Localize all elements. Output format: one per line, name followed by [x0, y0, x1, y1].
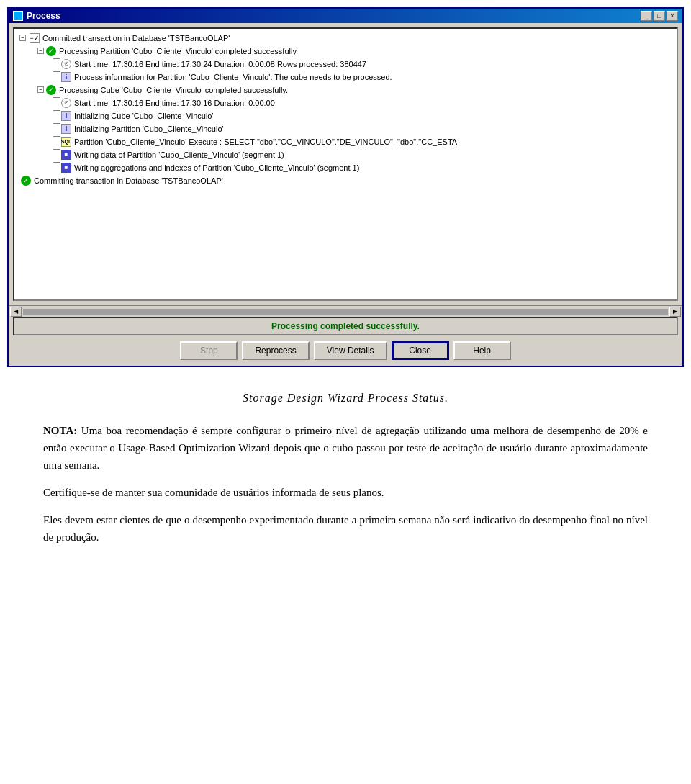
tree-item-text: Processing Cube 'Cubo_Cliente_Vinculo' c…	[59, 84, 674, 96]
page-title: Storage Design Wizard Process Status.	[43, 389, 648, 407]
titlebar-buttons: _ □ ×	[641, 11, 678, 21]
tree-row: ■ Writing data of Partition 'Cubo_Client…	[17, 148, 674, 161]
paragraph-3-text: Eles devem estar cientes de que o desemp…	[43, 514, 648, 543]
view-details-button[interactable]: View Details	[314, 341, 387, 360]
minimize-button[interactable]: _	[641, 11, 652, 21]
tree-row: i Initializing Cube 'Cubo_Cliente_Vincul…	[17, 109, 674, 122]
clock-icon: ⊙	[61, 59, 71, 69]
check-icon: ✓	[46, 46, 56, 56]
status-icon: ✓	[20, 175, 32, 186]
tree-item-text: Writing aggregations and indexes of Part…	[74, 162, 674, 174]
tree-row: − ✓ Processing Partition 'Cubo_Cliente_V…	[17, 45, 674, 58]
status-icon: ✓	[45, 84, 57, 96]
tree-item-text: Initializing Partition 'Cubo_Cliente_Vin…	[74, 123, 674, 135]
process-tree[interactable]: − −✓ Committed transaction in Database '…	[13, 27, 678, 301]
close-button-main[interactable]: Close	[392, 341, 449, 360]
status-text: Processing completed successfully.	[271, 321, 420, 331]
status-bar: Processing completed successfully.	[13, 317, 678, 335]
nota-label: NOTA:	[43, 425, 77, 436]
tree-row: − ✓ Processing Cube 'Cubo_Cliente_Vincul…	[17, 84, 674, 96]
status-icon: i	[60, 123, 72, 135]
scroll-right-button[interactable]: ▶	[669, 307, 681, 317]
maximize-button[interactable]: □	[654, 11, 665, 21]
tree-item-text: Process information for Partition 'Cubo_…	[74, 71, 674, 83]
tree-row: i Process information for Partition 'Cub…	[17, 71, 674, 84]
status-icon: −✓	[29, 32, 40, 44]
paragraph-1-text: Uma boa recomendação é sempre configurar…	[43, 425, 648, 471]
horizontal-scrollbar[interactable]: ◀ ▶	[9, 305, 682, 317]
tree-row: i Initializing Partition 'Cubo_Cliente_V…	[17, 122, 674, 135]
tree-item-text: Writing data of Partition 'Cubo_Cliente_…	[74, 149, 674, 161]
tree-item-text: Committing transaction in Database 'TSTB…	[34, 175, 674, 186]
info-icon: i	[61, 72, 71, 82]
dialog-icon	[13, 11, 23, 21]
buttons-row: Stop Reprocess View Details Close Help	[9, 335, 682, 366]
info-icon: i	[61, 124, 71, 134]
stop-button[interactable]: Stop	[180, 341, 238, 360]
page-content: Storage Design Wizard Process Status. NO…	[0, 374, 691, 570]
process-dialog: Process _ □ × − −✓ Committed transaction…	[7, 7, 684, 367]
paragraph-1: NOTA: Uma boa recomendação é sempre conf…	[43, 422, 648, 474]
expand-icon[interactable]: −	[19, 35, 26, 41]
status-icon: ⊙	[60, 58, 72, 70]
status-icon: i	[60, 71, 72, 83]
clock-icon: ⊙	[61, 98, 71, 108]
tree-row: − −✓ Committed transaction in Database '…	[17, 32, 674, 45]
tree-item-text: Partition 'Cubo_Cliente_Vinculo' Execute…	[74, 136, 674, 148]
help-button[interactable]: Help	[453, 341, 511, 360]
status-icon: ⊙	[60, 97, 72, 109]
info-icon: i	[61, 111, 71, 121]
dialog-titlebar: Process _ □ ×	[9, 9, 682, 23]
scroll-track[interactable]	[23, 309, 668, 315]
scroll-left-button[interactable]: ◀	[10, 307, 22, 317]
check-icon: ✓	[21, 176, 31, 186]
check-icon: ✓	[46, 85, 56, 95]
tree-row: ⊙ Start time: 17:30:16 End time: 17:30:2…	[17, 58, 674, 71]
tree-item-text: Start time: 17:30:16 End time: 17:30:16 …	[74, 97, 674, 109]
tree-row: SQL Partition 'Cubo_Cliente_Vinculo' Exe…	[17, 135, 674, 148]
titlebar-left: Process	[13, 11, 60, 21]
minus-check-icon: −✓	[30, 33, 40, 43]
status-icon: ■	[60, 149, 72, 161]
status-icon: ✓	[45, 45, 57, 57]
expand-icon[interactable]: −	[37, 48, 44, 54]
cube-icon: ■	[61, 150, 71, 160]
paragraph-2-text: Certifique-se de manter sua comunidade d…	[43, 487, 384, 498]
paragraph-2: Certifique-se de manter sua comunidade d…	[43, 484, 648, 501]
tree-row: ✓ Committing transaction in Database 'TS…	[17, 174, 674, 187]
cube-icon: ■	[61, 163, 71, 173]
tree-item-text: Start time: 17:30:16 End time: 17:30:24 …	[74, 58, 674, 70]
reprocess-button[interactable]: Reprocess	[242, 341, 309, 360]
sql-icon: SQL	[61, 137, 71, 147]
dialog-title: Process	[27, 11, 60, 21]
paragraph-3: Eles devem estar cientes de que o desemp…	[43, 511, 648, 546]
close-button[interactable]: ×	[667, 11, 678, 21]
tree-row: ■ Writing aggregations and indexes of Pa…	[17, 161, 674, 174]
tree-item-text: Committed transaction in Database 'TSTBa…	[42, 32, 674, 44]
status-icon: i	[60, 110, 72, 122]
status-icon: ■	[60, 162, 72, 174]
tree-row: ⊙ Start time: 17:30:16 End time: 17:30:1…	[17, 96, 674, 109]
tree-item-text: Initializing Cube 'Cubo_Cliente_Vinculo'	[74, 110, 674, 122]
expand-icon[interactable]: −	[37, 86, 44, 93]
tree-item-text: Processing Partition 'Cubo_Cliente_Vincu…	[59, 45, 674, 57]
status-icon: SQL	[60, 136, 72, 148]
